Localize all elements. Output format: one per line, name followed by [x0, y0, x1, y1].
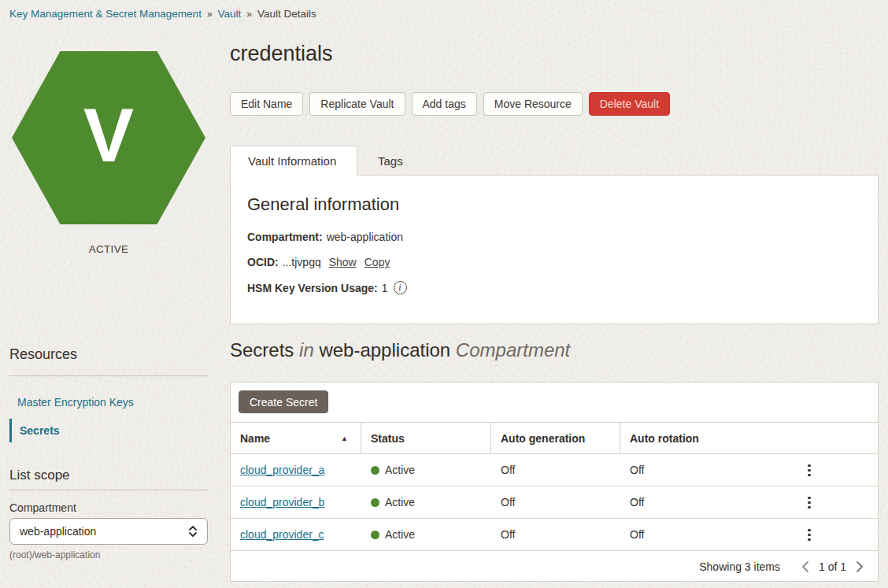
move-resource-button[interactable]: Move Resource — [483, 92, 583, 116]
status-text: Active — [385, 496, 415, 508]
ocid-show-link[interactable]: Show — [329, 256, 357, 268]
list-scope-divider — [9, 490, 208, 490]
column-header-status[interactable]: Status — [361, 423, 491, 453]
pagination-bar: Showing 3 items 1 of 1 — [231, 551, 878, 582]
in-word: in — [299, 339, 314, 361]
table-row: cloud_provider_c Active Off Off — [231, 519, 878, 551]
breadcrumb-link-kms[interactable]: Key Management & Secret Management — [9, 8, 202, 20]
page-title: credentials — [230, 42, 333, 66]
table-row: cloud_provider_b Active Off Off — [231, 486, 878, 519]
column-header-name[interactable]: Name ▲ — [231, 423, 361, 453]
sort-ascending-icon[interactable]: ▲ — [341, 435, 348, 442]
table-row: cloud_provider_a Active Off Off — [231, 454, 878, 486]
column-header-auto-generation[interactable]: Auto generation — [491, 423, 620, 453]
secrets-section-heading: Secrets in web-application Compartment — [230, 339, 570, 361]
compartment-select-value: web-application — [20, 525, 188, 538]
auto-rotation-value: Off — [620, 464, 878, 476]
hsm-usage-label: HSM Key Version Usage: — [247, 282, 378, 294]
compartment-select[interactable]: web-application — [9, 518, 208, 545]
status-active-icon — [371, 466, 379, 475]
tab-bar: Vault Information Tags — [230, 146, 424, 176]
secrets-table-panel: Create Secret Name ▲ Status Auto generat… — [230, 382, 879, 582]
vault-hexagon-icon: V — [12, 51, 205, 224]
select-updown-icon — [188, 524, 198, 538]
ocid-field-value: ...tjvpgq — [283, 256, 321, 268]
secret-link[interactable]: cloud_provider_a — [240, 464, 324, 476]
page-indicator: 1 of 1 — [819, 560, 846, 573]
auto-generation-value: Off — [491, 464, 620, 476]
compartment-field-value: web-application — [327, 231, 403, 243]
secrets-toolbar: Create Secret — [231, 383, 878, 422]
auto-generation-value: Off — [491, 496, 620, 508]
row-actions-kebab-icon[interactable] — [804, 454, 815, 486]
edit-name-button[interactable]: Edit Name — [230, 92, 303, 116]
compartment-word: Compartment — [456, 339, 570, 361]
compartment-row: Compartment: web-application — [247, 231, 861, 243]
ocid-copy-link[interactable]: Copy — [364, 256, 390, 268]
secrets-word: Secrets — [230, 339, 294, 361]
previous-page-icon[interactable] — [797, 560, 814, 573]
create-secret-button[interactable]: Create Secret — [239, 390, 328, 413]
vault-initial: V — [83, 98, 134, 173]
status-text: Active — [385, 464, 415, 476]
secret-link[interactable]: cloud_provider_b — [240, 496, 324, 508]
compartment-path: (root)/web-application — [9, 549, 100, 560]
breadcrumb: Key Management & Secret Management » Vau… — [9, 8, 316, 20]
status-text: Active — [385, 528, 415, 541]
resources-heading: Resources — [9, 346, 77, 363]
general-information-heading: General information — [247, 194, 861, 215]
list-scope-heading: List scope — [9, 468, 70, 483]
table-header-row: Name ▲ Status Auto generation Auto rotat… — [231, 422, 878, 454]
row-actions-kebab-icon[interactable] — [804, 519, 815, 551]
secret-link[interactable]: cloud_provider_c — [240, 528, 324, 541]
breadcrumb-separator-icon: » — [207, 9, 213, 20]
delete-vault-button[interactable]: Delete Vault — [589, 92, 670, 116]
ocid-field-label: OCID: — [247, 256, 279, 268]
next-page-icon[interactable] — [851, 560, 868, 573]
sidebar-item-secrets[interactable]: Secrets — [9, 419, 60, 442]
auto-rotation-value: Off — [620, 496, 878, 508]
row-actions-kebab-icon[interactable] — [804, 486, 815, 519]
resources-divider — [9, 375, 208, 376]
info-icon[interactable]: i — [394, 281, 407, 294]
replicate-vault-button[interactable]: Replicate Vault — [309, 92, 405, 116]
vault-status-label: ACTIVE — [0, 243, 217, 255]
action-buttons: Edit Name Replicate Vault Add tags Move … — [230, 92, 670, 116]
tab-tags[interactable]: Tags — [357, 146, 424, 176]
vault-information-panel: General information Compartment: web-app… — [230, 175, 879, 324]
breadcrumb-link-vault[interactable]: Vault — [218, 8, 242, 20]
compartment-label: Compartment — [9, 501, 76, 514]
column-header-auto-rotation[interactable]: Auto rotation — [620, 423, 878, 453]
add-tags-button[interactable]: Add tags — [412, 92, 477, 116]
showing-items-text: Showing 3 items — [699, 560, 780, 573]
compartment-field-label: Compartment: — [247, 231, 323, 243]
hsm-usage-value: 1 — [382, 282, 388, 294]
tab-vault-information[interactable]: Vault Information — [230, 146, 357, 176]
secrets-compartment-name: web-application — [319, 339, 450, 361]
breadcrumb-separator-icon: » — [246, 9, 252, 20]
status-active-icon — [371, 498, 379, 507]
auto-rotation-value: Off — [620, 528, 878, 541]
breadcrumb-current: Vault Details — [257, 8, 316, 20]
ocid-row: OCID: ...tjvpgq Show Copy — [247, 256, 861, 268]
hsm-usage-row: HSM Key Version Usage: 1 i — [247, 281, 861, 294]
sidebar-item-master-encryption-keys[interactable]: Master Encryption Keys — [9, 396, 134, 409]
status-active-icon — [371, 531, 379, 539]
auto-generation-value: Off — [491, 528, 620, 541]
